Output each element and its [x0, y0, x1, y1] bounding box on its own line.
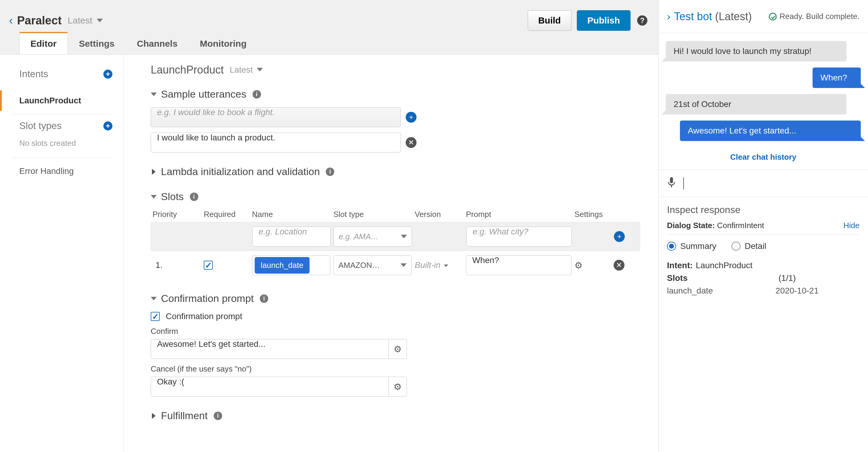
radio-dot-off-icon [732, 242, 741, 251]
section-slots: Slots i Priority Required Name Slot type… [151, 191, 640, 279]
confirm-input[interactable] [151, 339, 389, 359]
caret-down-icon [151, 91, 157, 97]
slot-new-prompt[interactable] [466, 227, 572, 247]
help-icon[interactable]: ? [637, 15, 647, 26]
info-icon[interactable]: i [326, 167, 334, 176]
col-slot-type: Slot type [333, 210, 412, 219]
bot-version-dropdown[interactable]: Latest [68, 15, 103, 26]
slot-priority: 1. [153, 260, 201, 270]
radio-detail[interactable]: Detail [732, 241, 767, 251]
sidebar-slot-types-label: Slot types [19, 120, 62, 131]
slot-prompt-input[interactable] [472, 256, 565, 265]
inspect-intent-row: Intent: LaunchProduct [667, 261, 860, 270]
section-label: Lambda initialization and validation [161, 166, 320, 177]
test-bot-status: Ready. Build complete. [769, 12, 860, 21]
utterance-item-0-text[interactable] [157, 133, 395, 142]
chat-input-bar[interactable] [658, 170, 868, 197]
col-name: Name [252, 210, 330, 219]
divider [13, 114, 111, 114]
test-bot-header: › Test bot (Latest) Ready. Build complet… [658, 0, 868, 33]
section-title-sample-utterances[interactable]: Sample utterances i [151, 88, 640, 100]
hide-inspect-button[interactable]: Hide [844, 221, 860, 230]
collapse-test-panel-icon[interactable]: › [667, 10, 670, 22]
inspect-slot-value: 2020-10-21 [775, 286, 818, 296]
section-sample-utterances: Sample utterances i + ✕ [151, 88, 640, 153]
gear-icon: ⚙ [394, 382, 402, 392]
publish-button[interactable]: Publish [577, 10, 630, 31]
header-bar: ‹ Paralect Latest Build Publish ? [0, 0, 658, 33]
sidebar-error-handling[interactable]: Error Handling [0, 161, 123, 182]
build-button[interactable]: Build [528, 10, 571, 31]
section-title-slots[interactable]: Slots i [151, 191, 640, 202]
add-slot-button[interactable]: + [614, 231, 625, 242]
slot-new-name[interactable] [252, 227, 331, 247]
add-intent-button[interactable]: + [103, 70, 113, 79]
tab-channels[interactable]: Channels [126, 33, 189, 54]
utterance-item-0[interactable] [151, 133, 401, 153]
chevron-down-icon [97, 15, 103, 26]
status-ok-icon [769, 13, 777, 21]
add-slot-type-button[interactable]: + [103, 122, 113, 130]
clear-chat-button[interactable]: Clear chat history [666, 147, 861, 170]
tab-editor[interactable]: Editor [19, 32, 68, 54]
inspect-title: Inspect response [667, 204, 860, 216]
sidebar-intent-launchproduct[interactable]: LaunchProduct [0, 90, 123, 111]
inspect-intent-label: Intent: [667, 261, 693, 270]
info-icon[interactable]: i [214, 412, 222, 420]
section-fulfillment: Fulfillment i [151, 410, 640, 422]
confirm-label: Confirm [151, 327, 640, 336]
section-title-fulfillment[interactable]: Fulfillment i [151, 410, 640, 422]
slot-required-checkbox[interactable]: ✓ [204, 261, 213, 270]
slot-type-select[interactable]: AMAZON… [333, 255, 412, 275]
cancel-input[interactable] [151, 377, 389, 396]
add-utterance-button[interactable]: + [406, 112, 416, 123]
inspect-intent-value: LaunchProduct [696, 261, 752, 270]
info-icon[interactable]: i [190, 193, 198, 201]
utterance-input-new[interactable] [151, 107, 401, 127]
divider [13, 158, 111, 158]
section-lambda: Lambda initialization and validation i [151, 166, 640, 177]
remove-utterance-button[interactable]: ✕ [406, 137, 416, 148]
radio-summary[interactable]: Summary [667, 241, 716, 251]
left-pane: ‹ Paralect Latest Build Publish ? Editor… [0, 0, 658, 452]
info-icon[interactable]: i [260, 294, 268, 303]
intent-version-dropdown[interactable]: Latest [230, 65, 263, 75]
chevron-down-icon [401, 233, 407, 239]
inspect-view-toggle: Summary Detail [667, 234, 860, 258]
svg-marker-5 [401, 235, 407, 238]
slot-new-prompt-input[interactable] [472, 227, 565, 236]
chat-text-cursor [683, 177, 684, 190]
slot-row-0: 1. ✓ launch_date AMAZON… Built-in ⚙ ✕ [151, 251, 640, 279]
slot-settings-button[interactable]: ⚙ [575, 260, 611, 270]
slot-prompt-field[interactable] [466, 255, 571, 275]
tab-settings[interactable]: Settings [68, 33, 126, 54]
confirm-settings-button[interactable]: ⚙ [389, 339, 407, 359]
slot-version-select[interactable]: Built-in [415, 260, 463, 270]
back-chevron-icon[interactable]: ‹ [9, 14, 13, 27]
cancel-input-field[interactable] [157, 377, 382, 387]
section-title-lambda[interactable]: Lambda initialization and validation i [151, 166, 640, 177]
col-version: Version [415, 210, 463, 219]
inspect-slot-name: launch_date [667, 286, 775, 296]
confirm-input-field[interactable] [157, 339, 382, 349]
slot-name-field[interactable]: launch_date [252, 255, 330, 275]
chat-message-user: 21st of October [666, 94, 846, 115]
utterance-input-field[interactable] [157, 107, 395, 117]
gear-icon: ⚙ [394, 344, 402, 354]
cancel-settings-button[interactable]: ⚙ [389, 377, 407, 396]
tab-monitoring[interactable]: Monitoring [189, 33, 258, 54]
info-icon[interactable]: i [253, 90, 261, 99]
confirmation-checkbox[interactable]: ✓ [151, 312, 160, 321]
slot-table-header: Priority Required Name Slot type Version… [151, 210, 640, 222]
slot-row-new: e.g. AMA… + [151, 222, 640, 251]
dialog-state-value: ConfirmIntent [717, 221, 764, 230]
sidebar-intents-label: Intents [19, 68, 48, 79]
remove-slot-button[interactable]: ✕ [614, 260, 624, 270]
slot-type-value: AMAZON… [338, 261, 380, 270]
section-title-confirmation[interactable]: Confirmation prompt i [151, 293, 640, 304]
chevron-down-icon [401, 262, 407, 268]
slot-new-type[interactable]: e.g. AMA… [334, 227, 412, 247]
mic-icon[interactable] [667, 176, 676, 190]
svg-marker-7 [444, 265, 448, 267]
slot-new-name-input[interactable] [258, 227, 324, 236]
